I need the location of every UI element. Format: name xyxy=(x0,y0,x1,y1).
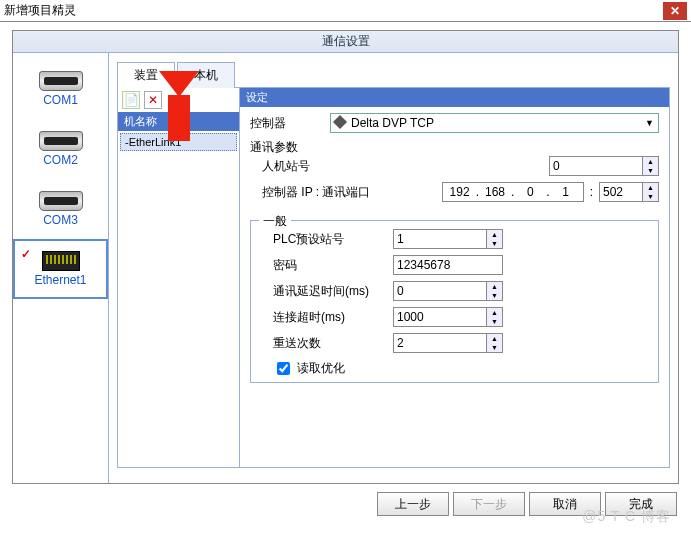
wizard-footer: 上一步 下一步 取消 完成 xyxy=(0,486,691,522)
section-header: 通信设置 xyxy=(13,31,678,53)
serial-port-icon xyxy=(39,131,83,151)
general-group: 一般 PLC预设站号 ▲▼ 密码 xyxy=(250,220,659,383)
ip-octet-1[interactable] xyxy=(445,184,475,200)
controller-ip-label: 控制器 IP : 通讯端口 xyxy=(262,184,392,201)
controller-combo[interactable]: Delta DVP TCP ▼ xyxy=(330,113,659,133)
serial-port-icon xyxy=(39,191,83,211)
password-label: 密码 xyxy=(273,257,393,274)
port-field[interactable] xyxy=(600,183,642,201)
read-optimize-label: 读取优化 xyxy=(297,360,345,377)
close-icon: ✕ xyxy=(670,4,680,18)
delay-label: 通讯延迟时间(ms) xyxy=(273,283,393,300)
sidebar-label: COM3 xyxy=(43,213,78,227)
ethernet-port-icon xyxy=(42,251,80,271)
next-button[interactable]: 下一步 xyxy=(453,492,525,516)
sidebar-item-ethernet1[interactable]: Ethernet1 xyxy=(13,239,108,299)
close-button[interactable]: ✕ xyxy=(663,2,687,20)
settings-panel: 设定 控制器 Delta DVP TCP ▼ 通讯参数 人机站号 xyxy=(240,88,669,467)
timeout-field[interactable] xyxy=(394,308,486,326)
main-frame: 通信设置 COM1 COM2 COM3 Ethernet1 装置 本 xyxy=(12,30,679,484)
finish-button[interactable]: 完成 xyxy=(605,492,677,516)
sidebar-item-com3[interactable]: COM3 xyxy=(13,179,108,239)
spin-up-icon[interactable]: ▲ xyxy=(487,308,502,317)
spin-up-icon[interactable]: ▲ xyxy=(487,282,502,291)
device-list-panel: 📄 ✕ 机名称 -EtherLink1 xyxy=(118,88,240,467)
tab-bar: 装置 本机 xyxy=(117,61,670,88)
ip-octet-2[interactable] xyxy=(480,184,510,200)
controller-value: Delta DVP TCP xyxy=(351,116,434,130)
brand-icon xyxy=(333,115,347,129)
retry-input[interactable]: ▲▼ xyxy=(393,333,503,353)
titlebar: 新增项目精灵 ✕ xyxy=(0,0,691,22)
sidebar-label: COM1 xyxy=(43,93,78,107)
retry-field[interactable] xyxy=(394,334,486,352)
port-separator: : xyxy=(584,185,599,199)
hmi-station-label: 人机站号 xyxy=(262,158,342,175)
spin-down-icon[interactable]: ▼ xyxy=(487,239,502,248)
password-field[interactable] xyxy=(393,255,503,275)
add-icon: 📄 xyxy=(124,93,139,107)
ip-octet-3[interactable] xyxy=(515,184,545,200)
sidebar-item-com2[interactable]: COM2 xyxy=(13,119,108,179)
controller-label: 控制器 xyxy=(250,115,330,132)
delete-icon: ✕ xyxy=(148,93,158,107)
plc-station-input[interactable]: ▲▼ xyxy=(393,229,503,249)
spin-down-icon[interactable]: ▼ xyxy=(643,166,658,175)
serial-port-icon xyxy=(39,71,83,91)
spin-up-icon[interactable]: ▲ xyxy=(643,157,658,166)
comm-params-label: 通讯参数 xyxy=(250,139,659,156)
read-optimize-checkbox[interactable]: 读取优化 xyxy=(273,359,648,378)
hmi-station-field[interactable] xyxy=(550,157,642,175)
spin-up-icon[interactable]: ▲ xyxy=(487,230,502,239)
spin-down-icon[interactable]: ▼ xyxy=(487,343,502,352)
connection-sidebar: COM1 COM2 COM3 Ethernet1 xyxy=(13,53,109,483)
cancel-button[interactable]: 取消 xyxy=(529,492,601,516)
tab-content: 📄 ✕ 机名称 -EtherLink1 设定 控制器 Delta D xyxy=(117,88,670,468)
plc-station-label: PLC预设站号 xyxy=(273,231,393,248)
delay-input[interactable]: ▲▼ xyxy=(393,281,503,301)
main-panel: 装置 本机 📄 ✕ 机名称 -EtherLink1 设定 xyxy=(109,53,678,483)
spin-down-icon[interactable]: ▼ xyxy=(487,291,502,300)
sidebar-item-com1[interactable]: COM1 xyxy=(13,59,108,119)
sidebar-label: COM2 xyxy=(43,153,78,167)
spin-down-icon[interactable]: ▼ xyxy=(487,317,502,326)
window-title: 新增项目精灵 xyxy=(4,2,76,19)
timeout-label: 连接超时(ms) xyxy=(273,309,393,326)
read-optimize-input[interactable] xyxy=(277,362,290,375)
ip-octet-4[interactable] xyxy=(551,184,581,200)
callout-arrow xyxy=(168,95,190,141)
add-device-button[interactable]: 📄 xyxy=(122,91,140,109)
settings-header: 设定 xyxy=(240,88,669,107)
plc-station-field[interactable] xyxy=(394,230,486,248)
spin-up-icon[interactable]: ▲ xyxy=(643,183,658,192)
delay-field[interactable] xyxy=(394,282,486,300)
general-legend: 一般 xyxy=(259,213,291,230)
timeout-input[interactable]: ▲▼ xyxy=(393,307,503,327)
prev-button[interactable]: 上一步 xyxy=(377,492,449,516)
ip-input[interactable]: . . . xyxy=(442,182,584,202)
port-input[interactable]: ▲▼ xyxy=(599,182,659,202)
hmi-station-input[interactable]: ▲▼ xyxy=(549,156,659,176)
retry-label: 重送次数 xyxy=(273,335,393,352)
chevron-down-icon: ▼ xyxy=(645,118,654,128)
spin-down-icon[interactable]: ▼ xyxy=(643,192,658,201)
sidebar-label: Ethernet1 xyxy=(34,273,86,287)
spin-up-icon[interactable]: ▲ xyxy=(487,334,502,343)
